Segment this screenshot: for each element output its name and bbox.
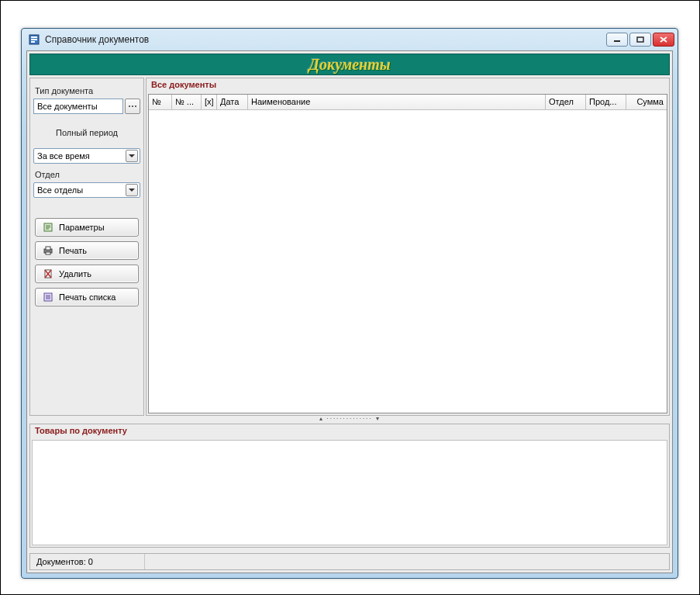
delete-button[interactable]: Удалить [35,265,139,283]
svg-point-7 [132,106,133,107]
doc-type-browse-button[interactable] [125,99,140,114]
doc-type-label: Тип документа [35,86,139,95]
list-icon [42,291,54,303]
chevron-down-icon [126,150,138,162]
chevron-down-icon: ▾ [376,415,380,422]
svg-rect-11 [46,247,50,250]
params-icon [42,221,54,234]
detail-panel-title: Товары по документу [30,424,669,438]
params-button[interactable]: Параметры [35,218,139,237]
window-frame: Справочник документов Документы [21,28,678,579]
doc-type-value: Все документы [37,102,98,111]
window-title: Справочник документов [45,34,149,45]
titlebar[interactable]: Справочник документов [22,29,678,50]
maximize-button[interactable] [629,33,651,47]
col-sum[interactable]: Сумма [626,95,667,109]
sidebar: Тип документа Все документы Полный перио… [29,78,144,416]
dept-select[interactable]: Все отделы [33,182,140,198]
grid-header: № № ... [x] Дата Наименование Отдел Прод… [149,95,667,110]
documents-panel-title: Все документы [147,78,669,92]
printer-icon [42,244,54,257]
dept-label: Отдел [35,170,139,179]
chevron-down-icon [126,184,138,196]
print-label: Печать [59,246,87,255]
svg-rect-1 [31,36,37,38]
print-list-button[interactable]: Печать списка [35,288,139,306]
delete-icon [42,268,54,280]
delete-label: Удалить [59,269,91,278]
col-number[interactable]: № [149,95,172,109]
documents-grid[interactable]: № № ... [x] Дата Наименование Отдел Прод… [148,94,667,413]
documents-panel: Все документы № № ... [x] Дата Наименова… [146,78,670,416]
col-seller[interactable]: Прод... [586,95,626,109]
svg-rect-2 [31,39,37,40]
detail-panel-body[interactable] [32,440,667,545]
col-number2[interactable]: № ... [172,95,202,109]
period-label: Полный период [35,128,139,137]
period-value: За все время [37,151,126,161]
svg-rect-5 [637,37,643,42]
col-flag[interactable]: [x] [202,95,217,109]
chevron-up-icon: ▴ [319,415,323,422]
app-icon [28,33,40,46]
params-label: Параметры [59,223,105,232]
horizontal-splitter[interactable]: ▴ ·············· ▾ [29,416,670,420]
status-bar: Документов: 0 [29,553,670,570]
client-area: Документы Тип документа Все документы По… [26,50,673,573]
minimize-button[interactable] [606,33,628,47]
svg-rect-12 [46,252,50,254]
banner: Документы [29,54,670,75]
col-dept[interactable]: Отдел [546,95,586,109]
print-button[interactable]: Печать [35,241,139,260]
col-date[interactable]: Дата [217,95,248,109]
svg-point-8 [135,106,136,107]
dept-value: Все отделы [37,185,126,195]
detail-panel: Товары по документу [29,424,670,548]
close-button[interactable] [653,33,674,47]
print-list-label: Печать списка [59,292,116,302]
period-select[interactable]: За все время [33,148,140,164]
svg-rect-3 [31,41,35,43]
status-count: Документов: 0 [30,554,145,569]
svg-point-6 [129,106,130,107]
splitter-grip-icon: ·············· [326,415,372,422]
svg-rect-4 [614,40,620,42]
col-name[interactable]: Наименование [248,95,546,109]
banner-title: Документы [309,56,390,74]
doc-type-field[interactable]: Все документы [33,99,123,114]
